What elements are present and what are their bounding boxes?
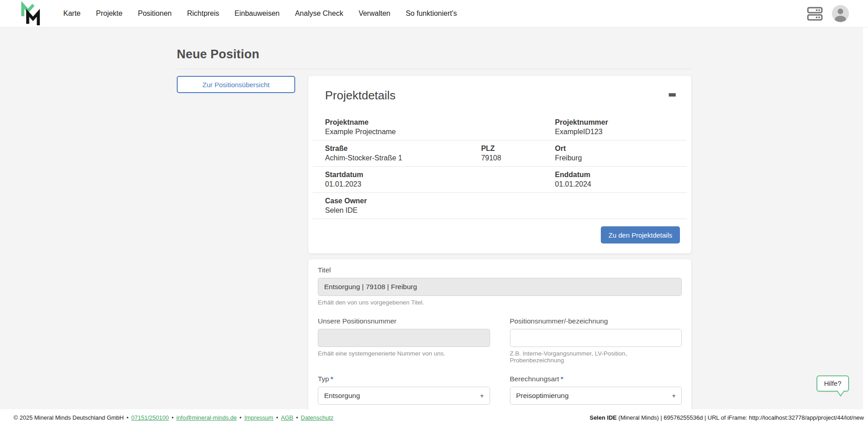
projektnummer-value: ExampleID123 <box>555 127 683 136</box>
berechnungsart-select[interactable]: Preisoptimierung ▾ <box>510 387 682 405</box>
project-details-title: Projektdetails <box>325 89 396 103</box>
typ-group: Typ* Entsorgung ▾ Wählen Sie hier die Ar… <box>318 375 490 415</box>
user-avatar-icon[interactable] <box>832 5 849 22</box>
required-asterisk: * <box>561 375 563 383</box>
table-row: Case Owner Selen IDE <box>313 192 687 219</box>
session-user: Selen IDE <box>590 414 617 421</box>
strasse-value: Achim-Stocker-Straße 1 <box>325 153 477 163</box>
right-column: Projektdetails Projektname Example Proje… <box>308 76 691 426</box>
titel-helper: Erhält den von uns vorgegebenen Titel. <box>318 299 682 306</box>
projektnummer-label: Projektnummer <box>555 118 683 127</box>
strasse-label: Straße <box>325 144 477 153</box>
help-button[interactable]: Hilfe? <box>816 375 849 392</box>
footer-separator: • <box>296 414 298 421</box>
ort-value: Freiburg <box>555 153 683 163</box>
main-nav: Karte Projekte Positionen Richtpreis Ein… <box>63 9 457 18</box>
navbar-right <box>807 5 849 22</box>
footer-agb-link[interactable]: AGB <box>281 414 293 421</box>
nav-item-so-funktionierts[interactable]: So funktioniert's <box>406 9 457 18</box>
enddatum-label: Enddatum <box>555 170 683 179</box>
table-row: Startdatum 01.01.2023 Enddatum 01.01.202… <box>313 166 687 192</box>
copyright-text: © 2025 Mineral Minds Deutschland GmbH <box>14 414 124 421</box>
berechnungsart-select-value: Preisoptimierung <box>516 392 569 400</box>
mineral-minds-logo-icon[interactable] <box>19 2 42 25</box>
nav-item-verwalten[interactable]: Verwalten <box>359 9 390 18</box>
enddatum-value: 01.01.2024 <box>555 179 683 189</box>
footer-datenschutz-link[interactable]: Datenschutz <box>301 414 333 421</box>
nav-item-analyse-check[interactable]: Analyse Check <box>295 9 343 18</box>
berechnungsart-label: Berechnungsart* <box>510 375 682 383</box>
nav-item-karte[interactable]: Karte <box>63 9 80 18</box>
table-row: Straße Achim-Stocker-Straße 1 PLZ 79108 … <box>313 140 687 166</box>
server-icon[interactable] <box>807 7 823 21</box>
footer-email-link[interactable]: info@mineral-minds.de <box>176 414 237 421</box>
projektname-value: Example Projectname <box>325 127 539 136</box>
footer-impressum-link[interactable]: Impressum <box>244 414 273 421</box>
chevron-down-icon: ▾ <box>672 392 675 399</box>
plz-value: 79108 <box>481 153 539 163</box>
footer-separator: • <box>276 414 278 421</box>
main-content: Neue Position Zur Positionsübersicht Pro… <box>0 28 868 426</box>
typ-select[interactable]: Entsorgung ▾ <box>318 387 490 405</box>
titel-input <box>318 278 682 296</box>
case-owner-label: Case Owner <box>325 197 683 206</box>
collapse-minus-icon[interactable] <box>669 93 676 97</box>
unsere-positionsnummer-group: Unsere Positionsnummer Erhält eine syste… <box>318 317 490 364</box>
required-asterisk: * <box>330 375 333 383</box>
unsere-positionsnummer-helper: Erhält eine systemgenerierte Nummer von … <box>318 350 490 357</box>
footer-separator: • <box>127 414 129 421</box>
positionsnummer-input[interactable] <box>510 329 682 347</box>
scrollbar-track[interactable] <box>863 28 868 409</box>
left-column: Zur Positionsübersicht <box>177 76 295 93</box>
footer-separator: • <box>171 414 174 421</box>
page-title: Neue Position <box>177 47 691 61</box>
new-position-form-card: Titel Erhält den von uns vorgegebenen Ti… <box>308 259 691 426</box>
session-details: (Mineral Minds) | 69576255536d | URL of … <box>617 414 864 421</box>
titel-label: Titel <box>318 266 682 274</box>
positionsnummer-group: Positionsnummer/-bezeichnung Z.B. Intern… <box>510 317 682 364</box>
nav-item-positionen[interactable]: Positionen <box>138 9 172 18</box>
case-owner-value: Selen IDE <box>325 206 683 215</box>
typ-select-value: Entsorgung <box>324 392 360 400</box>
table-row: Projektname Example Projectname Projektn… <box>313 114 687 140</box>
go-to-project-details-button[interactable]: Zu den Projektdetails <box>601 226 680 243</box>
footer-separator: • <box>240 414 242 421</box>
project-details-card: Projektdetails Projektname Example Proje… <box>308 76 691 253</box>
nav-item-richtpreis[interactable]: Richtpreis <box>187 9 219 18</box>
positionsnummer-helper: Z.B. Interne-Vorgangsnummer, LV-Position… <box>510 350 682 364</box>
footer-left: © 2025 Mineral Minds Deutschland GmbH • … <box>14 414 334 421</box>
nav-item-einbauweisen[interactable]: Einbauweisen <box>235 9 280 18</box>
unsere-positionsnummer-input <box>318 329 490 347</box>
typ-label: Typ* <box>318 375 490 383</box>
top-navbar: Karte Projekte Positionen Richtpreis Ein… <box>0 0 868 28</box>
startdatum-label: Startdatum <box>325 170 539 179</box>
positionsnummer-label: Positionsnummer/-bezeichnung <box>510 317 682 325</box>
plz-label: PLZ <box>481 144 539 153</box>
projektname-label: Projektname <box>325 118 539 127</box>
footer-session-info: Selen IDE (Mineral Minds) | 69576255536d… <box>590 414 864 421</box>
startdatum-value: 01.01.2023 <box>325 179 539 189</box>
berechnungsart-group: Berechnungsart* Preisoptimierung ▾ Wähle… <box>510 375 682 415</box>
chevron-down-icon: ▾ <box>480 392 483 399</box>
page-footer: © 2025 Mineral Minds Deutschland GmbH • … <box>0 409 868 426</box>
ort-label: Ort <box>555 144 683 153</box>
logo-svg <box>19 2 42 25</box>
footer-phone-link[interactable]: 07151/250100 <box>131 414 169 421</box>
unsere-positionsnummer-label: Unsere Positionsnummer <box>318 317 490 325</box>
nav-item-projekte[interactable]: Projekte <box>96 9 123 18</box>
title-divider <box>177 69 691 69</box>
titel-group: Titel Erhält den von uns vorgegebenen Ti… <box>318 266 682 306</box>
project-details-table: Projektname Example Projectname Projektn… <box>313 114 687 219</box>
positions-overview-button[interactable]: Zur Positionsübersicht <box>177 76 295 93</box>
